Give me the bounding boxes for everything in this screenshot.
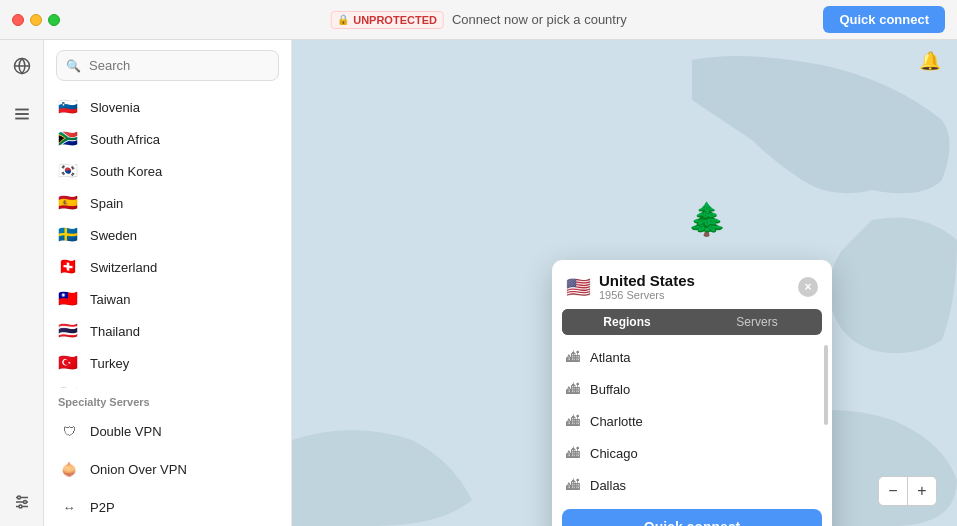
country-item[interactable]: 🇪🇸Spain — [44, 187, 291, 219]
city-name: Charlotte — [590, 414, 643, 429]
specialty-item[interactable]: ↔P2P — [44, 488, 291, 526]
country-name: Slovenia — [90, 100, 140, 115]
tab-servers[interactable]: Servers — [692, 309, 822, 335]
traffic-lights — [12, 14, 60, 26]
zoom-controls: − + — [878, 476, 937, 506]
specialty-name: P2P — [90, 500, 115, 515]
lock-icon: 🔒 — [337, 14, 349, 25]
country-item[interactable]: 🇺🇦Ukraine — [44, 379, 291, 388]
search-input[interactable] — [56, 50, 279, 81]
country-flag: 🇹🇷 — [58, 355, 80, 371]
svg-point-8 — [17, 496, 20, 499]
title-bar-center: 🔒 UNPROTECTED Connect now or pick a coun… — [330, 11, 627, 29]
title-bar: 🔒 UNPROTECTED Connect now or pick a coun… — [0, 0, 957, 40]
country-flag: 🇹🇼 — [58, 291, 80, 307]
city-icon: 🏙 — [566, 381, 580, 397]
country-item[interactable]: 🇸🇮Slovenia — [44, 91, 291, 123]
city-icon: 🏙 — [566, 445, 580, 461]
country-list: 🇸🇮Slovenia🇿🇦South Africa🇰🇷South Korea🇪🇸S… — [44, 91, 291, 388]
status-badge: 🔒 UNPROTECTED — [330, 11, 444, 29]
specialty-name: Onion Over VPN — [90, 462, 187, 477]
settings-icon-button[interactable] — [8, 488, 36, 516]
popup-city-item[interactable]: 🏙Dallas — [552, 469, 832, 501]
country-name: South Korea — [90, 164, 162, 179]
city-name: Dallas — [590, 478, 626, 493]
country-popup: 🇺🇸 United States 1956 Servers × Regions … — [552, 260, 832, 526]
status-text: UNPROTECTED — [353, 14, 437, 26]
country-flag: 🇸🇮 — [58, 99, 80, 115]
close-button[interactable] — [12, 14, 24, 26]
center-message: Connect now or pick a country — [452, 12, 627, 27]
sidebar: 🔍 🇸🇮Slovenia🇿🇦South Africa🇰🇷South Korea🇪… — [44, 40, 292, 526]
popup-header: 🇺🇸 United States 1956 Servers × — [552, 260, 832, 309]
city-icon: 🏙 — [566, 349, 580, 365]
country-name: Sweden — [90, 228, 137, 243]
svg-point-9 — [23, 501, 26, 504]
search-box: 🔍 — [56, 50, 279, 81]
popup-flag: 🇺🇸 — [566, 275, 591, 299]
popup-country-name: United States — [599, 272, 695, 289]
country-flag: 🇸🇪 — [58, 227, 80, 243]
country-item[interactable]: 🇰🇷South Korea — [44, 155, 291, 187]
country-flag: 🇹🇭 — [58, 323, 80, 339]
tab-regions[interactable]: Regions — [562, 309, 692, 335]
quick-connect-button[interactable]: Quick connect — [823, 6, 945, 33]
bell-icon[interactable]: 🔔 — [919, 50, 941, 72]
main-layout: 🔍 🇸🇮Slovenia🇿🇦South Africa🇰🇷South Korea🇪… — [0, 40, 957, 526]
specialty-icon: 🧅 — [58, 458, 80, 480]
popup-country-info: 🇺🇸 United States 1956 Servers — [566, 272, 695, 301]
zoom-out-button[interactable]: − — [879, 477, 907, 505]
popup-close-button[interactable]: × — [798, 277, 818, 297]
popup-city-item[interactable]: 🏙Chicago — [552, 437, 832, 469]
country-name: Spain — [90, 196, 123, 211]
country-item[interactable]: 🇹🇼Taiwan — [44, 283, 291, 315]
specialty-items: 🛡Double VPN🧅Onion Over VPN↔P2P — [44, 412, 291, 526]
popup-city-item[interactable]: 🏙Buffalo — [552, 373, 832, 405]
city-name: Buffalo — [590, 382, 630, 397]
svg-point-10 — [19, 505, 22, 508]
country-item[interactable]: 🇸🇪Sweden — [44, 219, 291, 251]
country-item[interactable]: 🇹🇭Thailand — [44, 315, 291, 347]
popup-city-item[interactable]: 🏙Charlotte — [552, 405, 832, 437]
country-name: Turkey — [90, 356, 129, 371]
country-name: Taiwan — [90, 292, 130, 307]
country-name: Switzerland — [90, 260, 157, 275]
country-flag: 🇿🇦 — [58, 131, 80, 147]
city-name: Atlanta — [590, 350, 630, 365]
icon-bar — [0, 40, 44, 526]
specialty-name: Double VPN — [90, 424, 162, 439]
specialty-item[interactable]: 🛡Double VPN — [44, 412, 291, 450]
city-icon: 🏙 — [566, 477, 580, 493]
country-name: Thailand — [90, 324, 140, 339]
specialty-icon: ↔ — [58, 496, 80, 518]
zoom-in-button[interactable]: + — [908, 477, 936, 505]
country-item[interactable]: 🇨🇭Switzerland — [44, 251, 291, 283]
country-flag: 🇰🇷 — [58, 163, 80, 179]
specialty-icon: 🛡 — [58, 420, 80, 442]
country-flag: 🇨🇭 — [58, 259, 80, 275]
popup-city-item[interactable]: 🏙Atlanta — [552, 341, 832, 373]
scroll-indicator — [824, 345, 828, 425]
bars-icon-button[interactable] — [8, 100, 36, 128]
popup-text: United States 1956 Servers — [599, 272, 695, 301]
country-name: South Africa — [90, 132, 160, 147]
map-area: 🌲 🌲 📍 🔔 🇺🇸 United States 1956 Servers × … — [292, 40, 957, 526]
popup-city-list: 🏙Atlanta🏙Buffalo🏙Charlotte🏙Chicago🏙Dalla… — [552, 341, 832, 501]
country-flag: 🇪🇸 — [58, 195, 80, 211]
popup-tabs: Regions Servers — [562, 309, 822, 335]
city-icon: 🏙 — [566, 413, 580, 429]
search-icon: 🔍 — [66, 59, 81, 73]
maximize-button[interactable] — [48, 14, 60, 26]
popup-quick-connect-button[interactable]: Quick connect — [562, 509, 822, 526]
specialty-section-header: Specialty Servers — [44, 388, 291, 412]
popup-server-count: 1956 Servers — [599, 289, 695, 301]
tree-icon-1: 🌲 — [687, 200, 727, 238]
specialty-item[interactable]: 🧅Onion Over VPN — [44, 450, 291, 488]
city-name: Chicago — [590, 446, 638, 461]
country-item[interactable]: 🇿🇦South Africa — [44, 123, 291, 155]
minimize-button[interactable] — [30, 14, 42, 26]
globe-icon-button[interactable] — [8, 52, 36, 80]
country-item[interactable]: 🇹🇷Turkey — [44, 347, 291, 379]
